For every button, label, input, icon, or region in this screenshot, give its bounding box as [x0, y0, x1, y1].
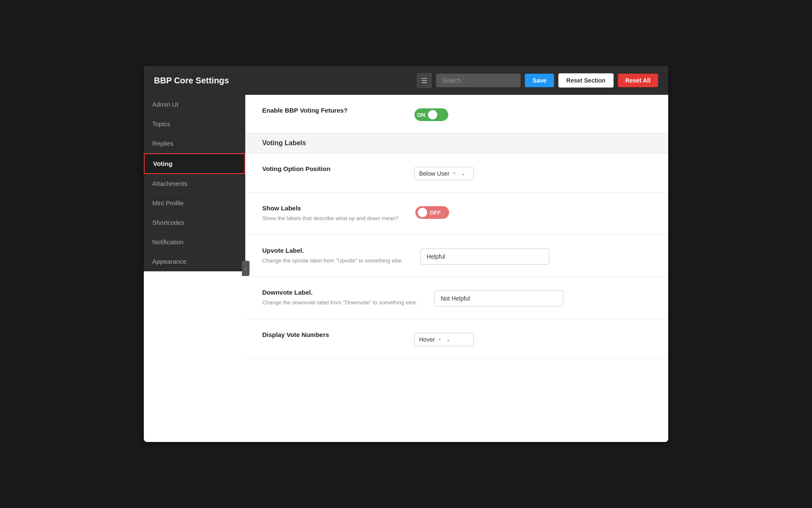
- sidebar-item-topics[interactable]: Topics: [144, 114, 245, 134]
- downvote-desc: Change the downvote label from "Downvote…: [262, 298, 417, 307]
- save-button[interactable]: Save: [525, 74, 554, 87]
- voting-option-position-value: Below User: [419, 170, 450, 177]
- menu-icon: ☰: [421, 77, 427, 85]
- main-content: Enable BBP Voting Fetures? ON Voting Lab…: [245, 95, 668, 442]
- header: BBP Core Settings ☰ Save Reset Section R…: [144, 66, 668, 95]
- voting-option-position-label-col: Voting Option Position: [262, 165, 398, 175]
- show-labels-row: Show Labels Show the labels that describ…: [245, 193, 668, 235]
- enable-voting-toggle[interactable]: ON: [414, 108, 448, 121]
- upvote-label-input[interactable]: [420, 248, 549, 265]
- show-labels-label-col: Show Labels Show the labels that describ…: [262, 204, 398, 223]
- upvote-desc: Change the upvote label from "Upvote" to…: [262, 257, 403, 265]
- toggle-knob: [428, 110, 437, 119]
- reset-section-button[interactable]: Reset Section: [558, 73, 614, 88]
- header-controls: ☰ Save Reset Section Reset All: [417, 73, 658, 88]
- sidebar-item-label: Admin UI: [152, 101, 178, 108]
- toggle-on-label: ON: [417, 112, 425, 118]
- sidebar-item-replies[interactable]: Replies: [144, 134, 245, 153]
- downvote-label-row: Downvote Label. Change the downvote labe…: [245, 277, 668, 319]
- sidebar-item-label: Shortcodes: [152, 219, 184, 226]
- voting-option-position-row: Voting Option Position Below User × ⌄: [245, 153, 668, 193]
- sidebar-item-attachments[interactable]: Attachments: [144, 174, 245, 193]
- sidebar-item-appearance[interactable]: Appearance: [144, 252, 245, 271]
- search-input[interactable]: [436, 74, 521, 87]
- voting-option-position-select[interactable]: Below User × ⌄: [414, 167, 474, 180]
- voting-option-position-chevron-icon: ⌄: [461, 171, 465, 177]
- downvote-label-control: [434, 289, 563, 306]
- show-labels-toggle[interactable]: OFF: [415, 206, 449, 219]
- app-container: BBP Core Settings ☰ Save Reset Section R…: [144, 66, 668, 442]
- voting-option-position-label: Voting Option Position: [262, 165, 398, 172]
- upvote-label-row: Upvote Label. Change the upvote label fr…: [245, 235, 668, 277]
- upvote-label-control: [420, 247, 549, 265]
- sidebar-wrapper: Admin UI Topics Replies Voting Attachmen…: [144, 95, 245, 442]
- downvote-label-input[interactable]: [434, 290, 563, 306]
- sidebar-item-notification[interactable]: Notification: [144, 232, 245, 252]
- sidebar-item-voting[interactable]: Voting: [144, 153, 245, 174]
- upvote-label: Upvote Label.: [262, 247, 403, 254]
- show-labels-control: OFF: [415, 204, 449, 219]
- sidebar-item-admin-ui[interactable]: Admin UI: [144, 95, 245, 114]
- voting-labels-section-header: Voting Labels: [245, 133, 668, 153]
- sidebar-item-label: Replies: [152, 140, 173, 147]
- sidebar-item-label: Appearance: [152, 258, 187, 265]
- layout: Admin UI Topics Replies Voting Attachmen…: [144, 95, 668, 442]
- sidebar-item-label: Topics: [152, 120, 170, 127]
- voting-labels-title: Voting Labels: [262, 139, 651, 147]
- enable-voting-control: ON: [414, 107, 448, 121]
- display-vote-numbers-label: Display Vote Numbers: [262, 331, 398, 338]
- sidebar-item-label: Attachments: [152, 180, 187, 187]
- enable-voting-row: Enable BBP Voting Fetures? ON: [245, 95, 668, 133]
- enable-voting-label: Enable BBP Voting Fetures?: [262, 107, 398, 114]
- display-vote-numbers-chevron-icon: ⌄: [446, 337, 450, 342]
- sidebar: Admin UI Topics Replies Voting Attachmen…: [144, 95, 245, 271]
- enable-voting-label-col: Enable BBP Voting Fetures?: [262, 107, 398, 116]
- voting-option-position-clear-icon[interactable]: ×: [453, 171, 456, 177]
- sidebar-item-label: Notification: [152, 238, 184, 246]
- menu-icon-button[interactable]: ☰: [417, 73, 432, 88]
- downvote-label: Downvote Label.: [262, 289, 417, 296]
- toggle-knob: [418, 208, 427, 217]
- display-vote-numbers-row: Display Vote Numbers Hover × ⌄: [245, 319, 668, 359]
- display-vote-numbers-value: Hover: [419, 336, 435, 343]
- chevron-left-icon: ‹: [245, 266, 246, 271]
- sidebar-item-mini-profile[interactable]: Mini Profile: [144, 193, 245, 213]
- display-vote-numbers-select[interactable]: Hover × ⌄: [414, 333, 474, 346]
- page-title: BBP Core Settings: [154, 76, 229, 86]
- voting-option-position-control: Below User × ⌄: [414, 165, 474, 180]
- show-labels-label: Show Labels: [262, 204, 398, 212]
- downvote-label-col: Downvote Label. Change the downvote labe…: [262, 289, 417, 307]
- display-vote-numbers-label-col: Display Vote Numbers: [262, 331, 398, 341]
- display-vote-numbers-control: Hover × ⌄: [414, 331, 474, 346]
- toggle-off-label: OFF: [430, 210, 441, 216]
- sidebar-item-label: Mini Profile: [152, 199, 184, 207]
- reset-all-button[interactable]: Reset All: [618, 74, 658, 87]
- show-labels-desc: Show the labels that describe what up an…: [262, 214, 398, 223]
- upvote-label-col: Upvote Label. Change the upvote label fr…: [262, 247, 403, 265]
- collapse-sidebar-button[interactable]: ‹: [242, 261, 250, 276]
- display-vote-numbers-clear-icon[interactable]: ×: [438, 337, 441, 342]
- sidebar-item-label: Voting: [153, 160, 173, 167]
- sidebar-item-shortcodes[interactable]: Shortcodes: [144, 213, 245, 232]
